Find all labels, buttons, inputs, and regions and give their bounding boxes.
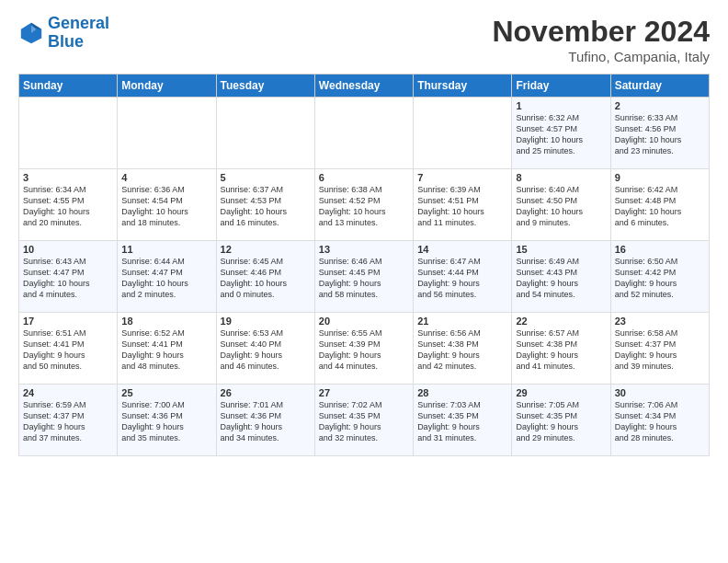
cell-content: Sunrise: 6:55 AM Sunset: 4:39 PM Dayligh…: [319, 327, 409, 373]
col-saturday: Saturday: [610, 75, 709, 98]
day-number: 23: [615, 316, 705, 327]
cell-4-0: 24Sunrise: 6:59 AM Sunset: 4:37 PM Dayli…: [19, 385, 118, 456]
day-number: 28: [417, 387, 507, 398]
calendar-table: Sunday Monday Tuesday Wednesday Thursday…: [18, 74, 710, 456]
day-number: 21: [417, 316, 507, 327]
day-number: 17: [23, 316, 113, 327]
day-number: 26: [221, 387, 311, 398]
cell-0-0: [19, 98, 118, 169]
cell-3-1: 18Sunrise: 6:52 AM Sunset: 4:41 PM Dayli…: [118, 313, 216, 385]
cell-2-3: 13Sunrise: 6:46 AM Sunset: 4:45 PM Dayli…: [314, 241, 413, 313]
cell-content: Sunrise: 6:47 AM Sunset: 4:44 PM Dayligh…: [417, 256, 507, 301]
cell-2-2: 12Sunrise: 6:45 AM Sunset: 4:46 PM Dayli…: [216, 241, 314, 313]
cell-0-2: [216, 98, 314, 169]
day-number: 1: [516, 100, 606, 111]
day-number: 2: [615, 100, 705, 111]
col-tuesday: Tuesday: [216, 75, 314, 98]
day-number: 13: [319, 244, 409, 255]
logo-icon: [18, 20, 44, 46]
cell-1-6: 9Sunrise: 6:42 AM Sunset: 4:48 PM Daylig…: [610, 169, 709, 241]
cell-1-2: 5Sunrise: 6:37 AM Sunset: 4:53 PM Daylig…: [216, 169, 314, 241]
cell-content: Sunrise: 6:57 AM Sunset: 4:38 PM Dayligh…: [516, 327, 606, 373]
cell-4-6: 30Sunrise: 7:06 AM Sunset: 4:34 PM Dayli…: [610, 385, 709, 456]
cell-0-3: [314, 98, 413, 169]
cell-content: Sunrise: 7:05 AM Sunset: 4:35 PM Dayligh…: [516, 399, 606, 444]
cell-0-5: 1Sunrise: 6:32 AM Sunset: 4:57 PM Daylig…: [512, 98, 610, 169]
cell-content: Sunrise: 6:40 AM Sunset: 4:50 PM Dayligh…: [516, 184, 606, 229]
header: General Blue November 2024 Tufino, Campa…: [18, 15, 710, 64]
cell-content: Sunrise: 6:45 AM Sunset: 4:46 PM Dayligh…: [221, 256, 311, 301]
cell-3-3: 20Sunrise: 6:55 AM Sunset: 4:39 PM Dayli…: [314, 313, 413, 385]
cell-content: Sunrise: 6:36 AM Sunset: 4:54 PM Dayligh…: [121, 184, 211, 229]
day-number: 5: [221, 172, 311, 183]
cell-content: Sunrise: 6:37 AM Sunset: 4:53 PM Dayligh…: [221, 184, 311, 229]
cell-content: Sunrise: 6:49 AM Sunset: 4:43 PM Dayligh…: [516, 256, 606, 301]
day-number: 12: [221, 244, 311, 255]
day-number: 18: [121, 316, 211, 327]
cell-content: Sunrise: 6:32 AM Sunset: 4:57 PM Dayligh…: [516, 112, 606, 157]
cell-4-4: 28Sunrise: 7:03 AM Sunset: 4:35 PM Dayli…: [414, 385, 512, 456]
cell-4-2: 26Sunrise: 7:01 AM Sunset: 4:36 PM Dayli…: [216, 385, 314, 456]
day-number: 29: [516, 387, 606, 398]
cell-content: Sunrise: 7:06 AM Sunset: 4:34 PM Dayligh…: [615, 399, 705, 444]
week-row-4: 24Sunrise: 6:59 AM Sunset: 4:37 PM Dayli…: [19, 385, 710, 456]
week-row-0: 1Sunrise: 6:32 AM Sunset: 4:57 PM Daylig…: [19, 98, 710, 169]
cell-0-1: [118, 98, 216, 169]
day-number: 20: [319, 316, 409, 327]
cell-content: Sunrise: 6:52 AM Sunset: 4:41 PM Dayligh…: [121, 327, 211, 373]
cell-content: Sunrise: 6:53 AM Sunset: 4:40 PM Dayligh…: [221, 327, 311, 373]
cell-content: Sunrise: 6:51 AM Sunset: 4:41 PM Dayligh…: [23, 327, 113, 373]
cell-content: Sunrise: 6:42 AM Sunset: 4:48 PM Dayligh…: [615, 184, 705, 229]
col-thursday: Thursday: [414, 75, 512, 98]
header-row: Sunday Monday Tuesday Wednesday Thursday…: [19, 75, 710, 98]
page: General Blue November 2024 Tufino, Campa…: [0, 0, 728, 465]
day-number: 16: [615, 244, 705, 255]
day-number: 11: [121, 244, 211, 255]
cell-4-1: 25Sunrise: 7:00 AM Sunset: 4:36 PM Dayli…: [118, 385, 216, 456]
day-number: 14: [417, 244, 507, 255]
col-monday: Monday: [118, 75, 216, 98]
cell-content: Sunrise: 6:33 AM Sunset: 4:56 PM Dayligh…: [615, 112, 705, 157]
cell-content: Sunrise: 7:00 AM Sunset: 4:36 PM Dayligh…: [121, 399, 211, 444]
cell-content: Sunrise: 6:34 AM Sunset: 4:55 PM Dayligh…: [23, 184, 113, 229]
cell-3-0: 17Sunrise: 6:51 AM Sunset: 4:41 PM Dayli…: [19, 313, 118, 385]
cell-content: Sunrise: 6:38 AM Sunset: 4:52 PM Dayligh…: [319, 184, 409, 229]
cell-content: Sunrise: 6:46 AM Sunset: 4:45 PM Dayligh…: [319, 256, 409, 301]
week-row-1: 3Sunrise: 6:34 AM Sunset: 4:55 PM Daylig…: [19, 169, 710, 241]
cell-0-4: [414, 98, 512, 169]
col-wednesday: Wednesday: [314, 75, 413, 98]
cell-content: Sunrise: 7:02 AM Sunset: 4:35 PM Dayligh…: [319, 399, 409, 444]
title-block: November 2024 Tufino, Campania, Italy: [492, 15, 710, 64]
day-number: 24: [23, 387, 113, 398]
cell-content: Sunrise: 6:59 AM Sunset: 4:37 PM Dayligh…: [23, 399, 113, 444]
cell-3-2: 19Sunrise: 6:53 AM Sunset: 4:40 PM Dayli…: [216, 313, 314, 385]
cell-content: Sunrise: 6:39 AM Sunset: 4:51 PM Dayligh…: [417, 184, 507, 229]
cell-content: Sunrise: 6:43 AM Sunset: 4:47 PM Dayligh…: [23, 256, 113, 301]
cell-content: Sunrise: 6:56 AM Sunset: 4:38 PM Dayligh…: [417, 327, 507, 373]
logo-line2: Blue: [48, 32, 84, 51]
col-friday: Friday: [512, 75, 610, 98]
cell-1-1: 4Sunrise: 6:36 AM Sunset: 4:54 PM Daylig…: [118, 169, 216, 241]
week-row-3: 17Sunrise: 6:51 AM Sunset: 4:41 PM Dayli…: [19, 313, 710, 385]
day-number: 27: [319, 387, 409, 398]
day-number: 25: [121, 387, 211, 398]
cell-content: Sunrise: 6:58 AM Sunset: 4:37 PM Dayligh…: [615, 327, 705, 373]
cell-1-5: 8Sunrise: 6:40 AM Sunset: 4:50 PM Daylig…: [512, 169, 610, 241]
day-number: 6: [319, 172, 409, 183]
day-number: 4: [121, 172, 211, 183]
cell-1-4: 7Sunrise: 6:39 AM Sunset: 4:51 PM Daylig…: [414, 169, 512, 241]
logo-text: General Blue: [48, 15, 109, 52]
cell-content: Sunrise: 7:03 AM Sunset: 4:35 PM Dayligh…: [417, 399, 507, 444]
day-number: 22: [516, 316, 606, 327]
cell-2-1: 11Sunrise: 6:44 AM Sunset: 4:47 PM Dayli…: [118, 241, 216, 313]
day-number: 7: [417, 172, 507, 183]
cell-2-4: 14Sunrise: 6:47 AM Sunset: 4:44 PM Dayli…: [414, 241, 512, 313]
cell-2-0: 10Sunrise: 6:43 AM Sunset: 4:47 PM Dayli…: [19, 241, 118, 313]
day-number: 30: [615, 387, 705, 398]
col-sunday: Sunday: [19, 75, 118, 98]
cell-3-5: 22Sunrise: 6:57 AM Sunset: 4:38 PM Dayli…: [512, 313, 610, 385]
cell-1-3: 6Sunrise: 6:38 AM Sunset: 4:52 PM Daylig…: [314, 169, 413, 241]
cell-content: Sunrise: 7:01 AM Sunset: 4:36 PM Dayligh…: [221, 399, 311, 444]
day-number: 19: [221, 316, 311, 327]
cell-2-5: 15Sunrise: 6:49 AM Sunset: 4:43 PM Dayli…: [512, 241, 610, 313]
